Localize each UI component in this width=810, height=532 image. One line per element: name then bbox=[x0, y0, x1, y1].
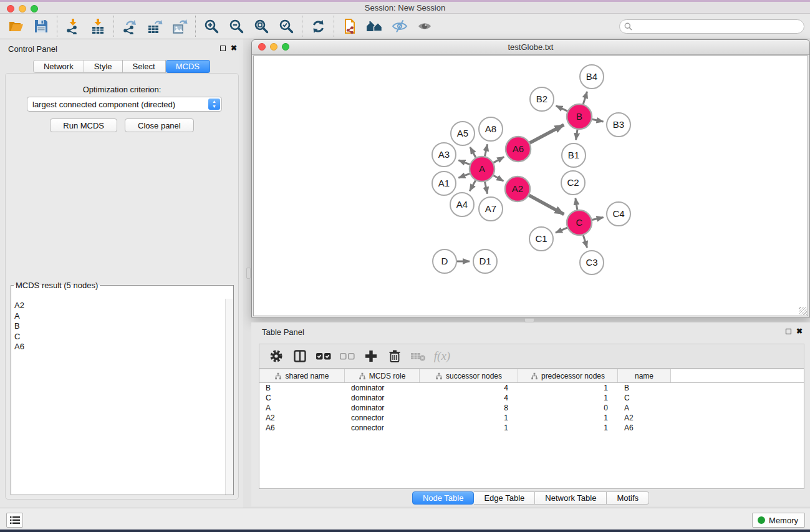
table-row[interactable]: Cdominator41C bbox=[259, 393, 804, 403]
zoom-in-icon bbox=[204, 19, 219, 34]
run-mcds-button[interactable]: Run MCDS bbox=[50, 118, 117, 132]
graph-node-label: B bbox=[576, 111, 582, 122]
float-table-panel-icon[interactable] bbox=[786, 329, 791, 334]
table-row[interactable]: Bdominator41B bbox=[259, 383, 804, 393]
open-file-button[interactable] bbox=[6, 16, 27, 37]
zoom-fit-button[interactable] bbox=[251, 16, 272, 37]
export-table-button[interactable] bbox=[144, 16, 165, 37]
zoom-out-button[interactable] bbox=[226, 16, 247, 37]
deselect-all-columns-button[interactable] bbox=[338, 347, 357, 365]
table-cell: C bbox=[259, 393, 345, 403]
memory-button[interactable]: Memory bbox=[752, 513, 805, 528]
graph-edge-C-C1[interactable] bbox=[556, 228, 567, 233]
result-scrollbar[interactable] bbox=[225, 299, 233, 495]
tab-network-table[interactable]: Network Table bbox=[535, 491, 607, 505]
home-layout-button[interactable] bbox=[364, 16, 385, 37]
column-header-name[interactable]: name bbox=[618, 369, 671, 382]
add-column-button[interactable] bbox=[362, 347, 380, 365]
export-image-button[interactable] bbox=[169, 16, 190, 37]
tab-mcds[interactable]: MCDS bbox=[166, 60, 210, 73]
close-table-panel-icon[interactable]: ✖ bbox=[796, 328, 803, 335]
graph-edge-A-A2[interactable] bbox=[493, 175, 503, 181]
column-header-filler bbox=[671, 369, 804, 382]
tab-style[interactable]: Style bbox=[84, 60, 123, 73]
zoom-in-button[interactable] bbox=[201, 16, 222, 37]
refresh-icon bbox=[311, 19, 326, 34]
graph-edge-A-A5[interactable] bbox=[470, 147, 476, 158]
graph-edge-A6-B[interactable] bbox=[530, 125, 564, 143]
search-input[interactable] bbox=[635, 22, 804, 31]
table-row[interactable]: A2connector11A2 bbox=[259, 413, 804, 423]
tab-motifs[interactable]: Motifs bbox=[607, 491, 649, 505]
column-header-shared-name[interactable]: shared name bbox=[259, 369, 345, 382]
import-network-button[interactable] bbox=[62, 16, 84, 37]
tab-node-table[interactable]: Node Table bbox=[412, 491, 475, 505]
horizontal-splitter-handle[interactable] bbox=[524, 318, 534, 322]
status-bar: Memory bbox=[0, 508, 810, 530]
criterion-dropdown[interactable]: largest connected component (directed) ▲… bbox=[27, 97, 222, 112]
graph-edge-A-A7[interactable] bbox=[485, 182, 487, 194]
graph-edge-C-C3[interactable] bbox=[583, 235, 587, 248]
mcds-result-list[interactable]: A2ABCA6 bbox=[11, 299, 225, 495]
table-cell: A2 bbox=[618, 413, 671, 423]
column-header-predecessor-nodes[interactable]: predecessor nodes bbox=[518, 369, 618, 382]
graph-node-label: B4 bbox=[586, 71, 597, 82]
refresh-layout-button[interactable] bbox=[307, 16, 329, 37]
node-table[interactable]: shared nameMCDS rolesuccessor nodesprede… bbox=[259, 369, 804, 489]
function-builder-button[interactable]: f(x) bbox=[433, 347, 451, 365]
result-item[interactable]: C bbox=[14, 332, 225, 342]
dropdown-stepper-icon: ▲▼ bbox=[208, 99, 220, 110]
graph-edge-A2-C[interactable] bbox=[529, 195, 564, 215]
save-icon bbox=[34, 19, 49, 34]
result-item[interactable]: A bbox=[14, 311, 225, 322]
attribute-tree-icon bbox=[435, 372, 443, 380]
close-panel-icon[interactable]: ✖ bbox=[231, 45, 237, 52]
column-header-MCDS-role[interactable]: MCDS role bbox=[345, 369, 420, 382]
graph-edge-B-B2[interactable] bbox=[556, 106, 567, 112]
task-history-button[interactable] bbox=[6, 513, 23, 528]
column-selector-button[interactable] bbox=[291, 347, 309, 365]
resize-grip-icon[interactable] bbox=[799, 307, 807, 315]
graph-edge-C-C4[interactable] bbox=[592, 217, 603, 220]
graph-edge-B-B3[interactable] bbox=[592, 119, 604, 122]
show-graphics-details-button[interactable] bbox=[414, 16, 435, 37]
new-network-from-file-button[interactable] bbox=[339, 16, 360, 37]
export-network-button[interactable] bbox=[119, 16, 140, 37]
graph-edge-B-B4[interactable] bbox=[583, 92, 587, 104]
table-row[interactable]: A6connector11A6 bbox=[259, 423, 804, 433]
graph-edge-A-A3[interactable] bbox=[458, 160, 470, 165]
graph-edge-A-A6[interactable] bbox=[493, 157, 504, 163]
table-row[interactable]: Adominator80A bbox=[259, 403, 804, 413]
table-mode-gear-button[interactable] bbox=[267, 347, 286, 365]
result-item[interactable]: A2 bbox=[14, 301, 225, 311]
table-cell: 1 bbox=[518, 423, 618, 433]
select-all-columns-button[interactable] bbox=[314, 347, 333, 365]
graph-edge-B-B1[interactable] bbox=[576, 130, 577, 140]
result-item[interactable]: A6 bbox=[14, 342, 225, 352]
zoom-selected-button[interactable] bbox=[276, 16, 297, 37]
graph-edge-A-A8[interactable] bbox=[485, 144, 487, 156]
delete-table-button[interactable] bbox=[409, 347, 428, 365]
delete-column-button[interactable] bbox=[385, 347, 404, 365]
save-session-button[interactable] bbox=[31, 16, 52, 37]
hide-graphics-details-button[interactable] bbox=[389, 16, 410, 37]
import-table-button[interactable] bbox=[87, 16, 108, 37]
result-item[interactable]: B bbox=[14, 321, 225, 332]
column-header-successor-nodes[interactable]: successor nodes bbox=[420, 369, 518, 382]
tab-network[interactable]: Network bbox=[33, 60, 84, 73]
tab-edge-table[interactable]: Edge Table bbox=[474, 491, 535, 505]
graph-edge-A-A1[interactable] bbox=[458, 173, 470, 178]
tab-select[interactable]: Select bbox=[123, 60, 166, 73]
graph-edge-C-C2[interactable] bbox=[576, 198, 577, 210]
float-panel-icon[interactable] bbox=[220, 46, 226, 51]
graph-node-label: C3 bbox=[586, 257, 597, 268]
network-canvas[interactable]: B4B2BB3A5A8A6A3AB1A1A2C2A4A7C4CC1DD1C3 bbox=[253, 56, 808, 316]
graph-edge-A-A4[interactable] bbox=[470, 180, 475, 191]
network-window-titlebar[interactable]: testGlobe.txt bbox=[252, 40, 809, 55]
search-field[interactable] bbox=[619, 19, 804, 34]
panel-splitter-handle[interactable] bbox=[246, 268, 251, 279]
graph-node-label: A2 bbox=[512, 183, 523, 194]
graph-node-label: A3 bbox=[438, 149, 450, 160]
close-panel-button[interactable]: Close panel bbox=[125, 118, 194, 132]
control-panel: Control Panel ✖ NetworkStyleSelectMCDS O… bbox=[0, 39, 243, 508]
